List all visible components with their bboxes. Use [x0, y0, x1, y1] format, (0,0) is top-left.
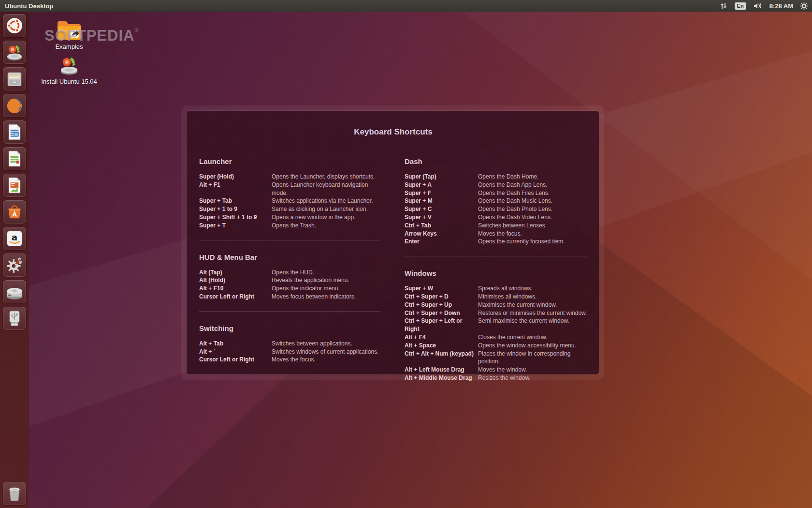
impress-icon: [5, 176, 24, 195]
desktop-icon-install-ubuntu[interactable]: Install Ubuntu 15.04: [38, 54, 101, 85]
shortcut-description: Minimises all windows.: [478, 293, 536, 301]
launcher-item-trash[interactable]: [3, 482, 26, 505]
shortcut-description: Switches applications via the Launcher.: [272, 197, 373, 205]
shortcut-row: Super (Hold)Opens the Launcher, displays…: [199, 173, 380, 181]
shortcut-key: Super + W: [405, 284, 478, 293]
shortcut-description: Switches between Lenses.: [478, 222, 547, 230]
clock[interactable]: 8:28 AM: [769, 2, 793, 10]
calc-icon: [5, 149, 24, 168]
shortcut-description: Resizes the window.: [478, 374, 531, 382]
keyboard-shortcuts-overlay: Keyboard Shortcuts LauncherSuper (Hold)O…: [181, 105, 604, 380]
shortcut-row: Cursor Left or RightMoves focus between …: [199, 293, 380, 301]
shortcut-description: Opens the Trash.: [272, 222, 316, 230]
shortcut-description: Opens the window accessibility menu.: [478, 342, 576, 350]
launcher-item-amazon[interactable]: a: [3, 227, 26, 250]
shortcut-row: Super + WSpreads all windows.: [405, 284, 587, 293]
shortcut-description: Closes the current window.: [478, 333, 547, 342]
shortcut-key: Cursor Left or Right: [199, 356, 272, 364]
shortcut-description: Opens the currently focused item.: [478, 238, 565, 246]
file-cabinet-icon: [5, 69, 24, 89]
shortcut-row: Cursor Left or RightMoves the focus.: [199, 356, 380, 364]
shortcut-row: Alt + SpaceOpens the window accessibilit…: [405, 342, 587, 350]
desktop-icon-examples[interactable]: Examples: [38, 19, 101, 50]
shortcut-description: Opens the Launcher, displays shortcuts.: [272, 173, 375, 181]
launcher-item-system-settings[interactable]: [3, 254, 26, 277]
keyboard-layout-indicator[interactable]: En: [735, 2, 746, 10]
shortcut-row: Ctrl + TabSwitches between Lenses.: [405, 222, 587, 230]
shortcut-key: Ctrl + Super + Up: [405, 301, 478, 309]
desktop-icon-label: Install Ubuntu 15.04: [38, 78, 101, 85]
shortcut-key: Alt + `: [199, 348, 272, 356]
volume-icon[interactable]: [753, 2, 763, 10]
shortcut-row: Super + AOpens the Dash App Lens.: [405, 181, 587, 189]
shortcut-key: Alt (Hold): [199, 276, 272, 284]
launcher-item-libreoffice-calc[interactable]: [3, 147, 26, 170]
usb-icon: [5, 309, 24, 328]
shortcut-row: Super + COpens the Dash Photo Lens.: [405, 205, 587, 213]
shortcut-description: Moves focus between indicators.: [272, 293, 356, 301]
network-arrows-icon[interactable]: [719, 2, 728, 10]
shortcut-row: Super + 1 to 9Same as clicking on a Laun…: [199, 205, 380, 213]
shortcut-row: Super + VOpens the Dash Video Lens.: [405, 213, 587, 222]
shortcut-description: Switches windows of current applications…: [272, 348, 378, 356]
shortcut-description: Switches between applications.: [272, 340, 352, 348]
shortcut-row: Alt + F10Opens the indicator menu.: [199, 284, 380, 293]
shortcut-key: Ctrl + Super + D: [405, 293, 478, 301]
launcher-item-firefox[interactable]: [3, 94, 26, 117]
shortcut-row: Alt + Left Mouse DragMoves the window.: [405, 366, 587, 374]
shortcut-key: Super (Hold): [199, 173, 272, 181]
shortcut-description: Restores or minimises the current window…: [478, 309, 587, 317]
shortcut-key: Alt + Space: [405, 342, 478, 350]
shortcut-key: Super + F: [405, 189, 478, 197]
shortcut-row: EnterOpens the currently focused item.: [405, 238, 587, 246]
shortcut-row: Alt + F4Closes the current window.: [405, 333, 587, 342]
keyboard-shortcuts-dialog: Keyboard Shortcuts LauncherSuper (Hold)O…: [187, 111, 599, 374]
section-heading-windows: Windows: [405, 269, 587, 277]
shortcut-row: Alt (Tap)Opens the HUD.: [199, 269, 380, 277]
shortcuts-column-right: DashSuper (Tap)Opens the Dash Home.Super…: [405, 157, 587, 382]
shortcut-description: Opens the Dash Home.: [478, 173, 538, 181]
shortcut-description: Moves the focus.: [272, 356, 316, 364]
shortcuts-column-left: LauncherSuper (Hold)Opens the Launcher, …: [199, 157, 380, 382]
shortcut-description: Opens a new window in the app.: [272, 213, 355, 222]
trash-icon: [5, 484, 24, 503]
shortcut-row: Super + TabSwitches applications via the…: [199, 197, 380, 205]
shortcut-description: Opens Launcher keyboard navigation mode.: [272, 181, 380, 197]
shortcut-key: Ctrl + Alt + Num (keypad): [405, 350, 478, 366]
shortcut-key: Super + Shift + 1 to 9: [199, 213, 272, 222]
shortcut-key: Super + M: [405, 197, 478, 205]
shortcut-key: Super (Tap): [405, 173, 478, 181]
launcher-item-libreoffice-writer[interactable]: [3, 120, 26, 144]
shortcut-key: Ctrl + Super + Down: [405, 309, 478, 317]
shortcut-key: Alt + Left Mouse Drag: [405, 366, 478, 374]
launcher-item-libreoffice-impress[interactable]: [3, 174, 26, 197]
shortcut-description: Reveals the application menu.: [272, 276, 349, 284]
section-divider: [199, 311, 380, 312]
software-center-icon: [5, 202, 24, 222]
section-divider: [405, 256, 587, 256]
section-heading-hud-menu-bar: HUD & Menu Bar: [199, 253, 380, 261]
shortcut-description: Semi-maximise the current window.: [478, 317, 569, 333]
launcher-item-usb-drive[interactable]: [3, 307, 26, 330]
section-heading-switching: Switching: [199, 324, 380, 332]
settings-icon: [5, 255, 24, 275]
launcher-item-dash-home[interactable]: [3, 14, 26, 37]
launcher-item-software-center[interactable]: [3, 200, 26, 224]
launcher-item-hard-disk[interactable]: [3, 280, 26, 303]
shortcut-row: Alt (Hold)Reveals the application menu.: [199, 276, 380, 284]
launcher-item-install-ubuntu[interactable]: [3, 41, 26, 64]
shortcut-key: Super + Tab: [199, 197, 272, 205]
session-gear-icon[interactable]: [800, 2, 808, 10]
shortcut-row: Arrow KeysMoves the focus.: [405, 230, 587, 238]
shortcut-description: Places the window in corresponding posit…: [478, 350, 587, 366]
shortcut-row: Super (Tap)Opens the Dash Home.: [405, 173, 587, 181]
launcher-item-files[interactable]: [3, 67, 26, 90]
shortcut-row: Ctrl + Super + DMinimises all windows.: [405, 293, 587, 301]
shortcut-row: Alt + Middle Mouse DragResizes the windo…: [405, 374, 587, 382]
shortcut-description: Moves the focus.: [478, 230, 522, 238]
section-divider: [199, 240, 380, 240]
shortcut-key: Alt + F4: [405, 333, 478, 342]
desktop-icon-label: Examples: [38, 43, 101, 50]
firefox-icon: [5, 96, 24, 115]
shortcut-description: Opens the Dash Video Lens.: [478, 213, 552, 222]
